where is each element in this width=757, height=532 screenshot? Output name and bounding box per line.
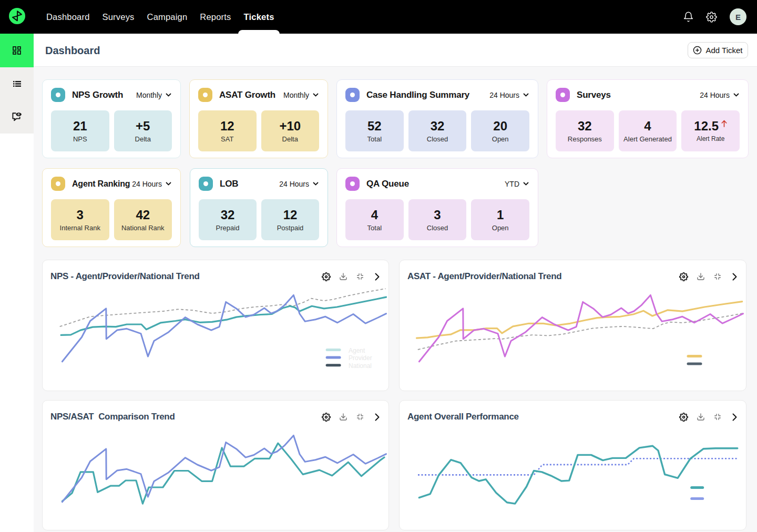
svg-text:Provider: Provider: [349, 354, 372, 362]
svg-text:Agent: Agent: [349, 347, 365, 354]
svg-text:National: National: [349, 362, 372, 370]
